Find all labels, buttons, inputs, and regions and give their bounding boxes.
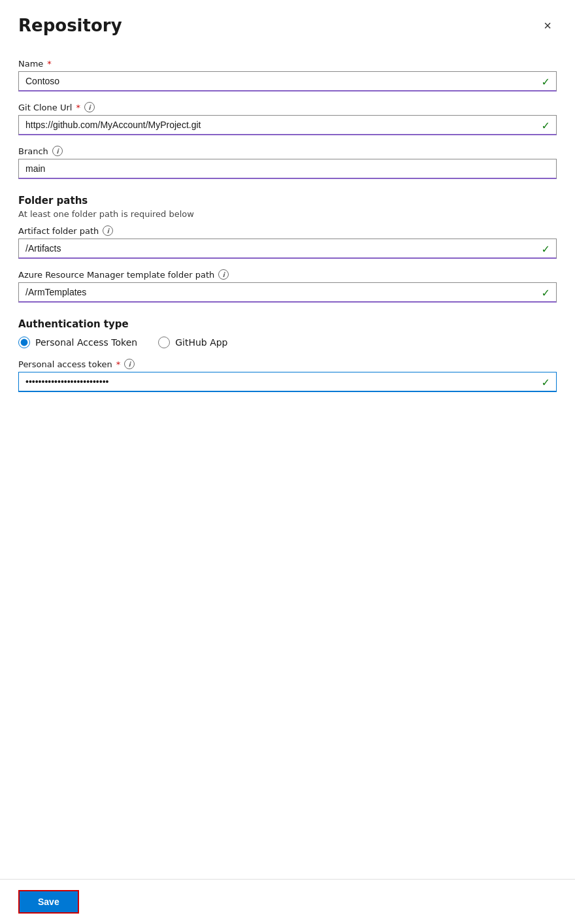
git-clone-url-check-icon: ✓ (542, 119, 550, 131)
branch-field-group: Branch i (18, 146, 557, 179)
github-app-option[interactable]: GitHub App (158, 337, 227, 348)
auth-type-heading: Authentication type (18, 318, 557, 330)
name-check-icon: ✓ (542, 75, 550, 88)
git-clone-url-field-group: Git Clone Url * i ✓ (18, 102, 557, 135)
personal-access-token-field-group: Personal access token * i ✓ (18, 359, 557, 392)
artifact-folder-field-group: Artifact folder path i ✓ (18, 225, 557, 259)
artifact-folder-input[interactable] (18, 239, 557, 259)
personal-access-token-check-icon: ✓ (542, 376, 550, 388)
save-button[interactable]: Save (18, 890, 79, 914)
arm-template-field-group: Azure Resource Manager template folder p… (18, 269, 557, 303)
personal-access-token-label: Personal Access Token (35, 337, 137, 348)
git-clone-url-label: Git Clone Url * i (18, 102, 557, 112)
auth-type-radio-group: Personal Access Token GitHub App (18, 337, 557, 348)
personal-access-token-input[interactable] (18, 372, 557, 392)
name-required-star: * (47, 59, 52, 69)
artifact-folder-check-icon: ✓ (542, 242, 550, 255)
branch-label: Branch i (18, 146, 557, 156)
name-label: Name * (18, 59, 557, 69)
panel-title: Repository (18, 16, 122, 35)
folder-paths-heading: Folder paths (18, 195, 557, 206)
artifact-folder-input-wrapper: ✓ (18, 239, 557, 259)
git-clone-url-required-star: * (76, 103, 80, 112)
personal-access-token-option[interactable]: Personal Access Token (18, 337, 137, 348)
arm-template-label: Azure Resource Manager template folder p… (18, 269, 557, 280)
github-app-radio[interactable] (158, 337, 170, 348)
personal-access-token-input-wrapper: ✓ (18, 372, 557, 392)
personal-access-token-info-icon: i (124, 359, 135, 369)
github-app-label: GitHub App (175, 337, 227, 348)
panel-body: Name * ✓ Git Clone Url * i ✓ Branch (0, 46, 575, 924)
git-clone-url-input[interactable] (18, 115, 557, 135)
name-input[interactable] (18, 71, 557, 91)
name-input-wrapper: ✓ (18, 71, 557, 91)
branch-input-wrapper (18, 159, 557, 179)
arm-template-input[interactable] (18, 282, 557, 303)
folder-paths-subtext: At least one folder path is required bel… (18, 209, 557, 219)
artifact-folder-info-icon: i (103, 225, 113, 236)
branch-input[interactable] (18, 159, 557, 179)
git-clone-url-info-icon: i (84, 102, 95, 112)
repository-panel: Repository × Name * ✓ Git Clone Url * i (0, 0, 575, 924)
artifact-folder-label: Artifact folder path i (18, 225, 557, 236)
name-field-group: Name * ✓ (18, 59, 557, 91)
arm-template-input-wrapper: ✓ (18, 282, 557, 303)
personal-access-token-required-star: * (116, 359, 121, 369)
panel-header: Repository × (0, 0, 575, 46)
close-button[interactable]: × (538, 16, 557, 35)
arm-template-check-icon: ✓ (542, 286, 550, 299)
git-clone-url-input-wrapper: ✓ (18, 115, 557, 135)
personal-access-token-field-label: Personal access token * i (18, 359, 557, 369)
panel-footer: Save (0, 879, 575, 924)
arm-template-info-icon: i (218, 269, 229, 280)
personal-access-token-radio[interactable] (18, 337, 30, 348)
branch-info-icon: i (52, 146, 63, 156)
